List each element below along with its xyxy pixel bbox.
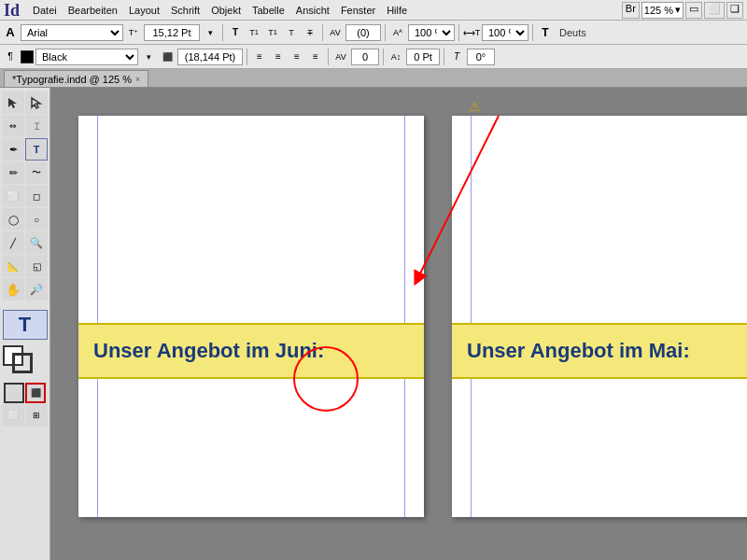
- view-all-btn[interactable]: ⬜: [2, 404, 24, 427]
- tool-row-3: ✒ T: [2, 138, 48, 161]
- align-right-btn[interactable]: ≡: [289, 49, 305, 65]
- pencil-tool[interactable]: ✏: [2, 161, 24, 184]
- rect-tool[interactable]: ◻: [25, 185, 48, 207]
- tool-row-format: ⬛: [4, 383, 46, 403]
- page-mai: Unser Angebot im Mai: ⚠: [452, 116, 747, 517]
- juni-header-text: Unser Angebot im Juni:: [93, 339, 324, 363]
- view-grid-btn[interactable]: ⊞: [25, 404, 48, 427]
- type-tool-large[interactable]: T: [3, 310, 48, 340]
- column-select-tool[interactable]: ⌶: [25, 115, 48, 137]
- font-style-icon[interactable]: T⁺: [125, 24, 142, 41]
- size2-input[interactable]: [177, 49, 243, 65]
- app-logo: Id: [4, 2, 20, 19]
- tracking-icon: AV: [327, 24, 344, 41]
- menu-hilfe[interactable]: Hilfe: [381, 3, 413, 18]
- document-tab[interactable]: *Typografie.indd @ 125 % ×: [4, 70, 148, 87]
- measure-tool[interactable]: 📐: [2, 255, 24, 277]
- align-center-btn[interactable]: ≡: [270, 49, 287, 65]
- main-area: ⇔ ⌶ ✒ T ✏ 〜 ⬜ ◻ ◯ ○ ╱ 🔍 📐 ◱ ✋ 🔎: [0, 88, 747, 560]
- leading-select[interactable]: 100 %: [408, 24, 455, 41]
- toolbox: ⇔ ⌶ ✒ T ✏ 〜 ⬜ ◻ ◯ ○ ╱ 🔍 📐 ◱ ✋ 🔎: [0, 88, 50, 560]
- align-left-btn[interactable]: ≡: [251, 49, 268, 65]
- workspace-btn[interactable]: ▭: [685, 2, 702, 19]
- toolbar-row2: ¶ Black ▾ ⬛ ≡ ≡ ≡ ≡ AV A↕ T: [0, 45, 747, 69]
- canvas-area[interactable]: Unser Angebot im Juni: Unser Angebot im …: [50, 88, 747, 560]
- text-style-btn[interactable]: T: [283, 24, 300, 41]
- sep2: [322, 24, 323, 41]
- hand-tool[interactable]: ✋: [2, 278, 24, 301]
- ellipse-frame-tool[interactable]: ◯: [2, 208, 24, 231]
- sep8: [383, 49, 384, 65]
- gap-tool[interactable]: ⇔: [2, 115, 24, 137]
- character-icon[interactable]: A: [2, 24, 19, 41]
- normal-mode-btn[interactable]: [4, 383, 24, 403]
- guide-v-left: [97, 116, 98, 517]
- subscript-btn[interactable]: T1: [264, 24, 281, 41]
- menu-tabelle[interactable]: Tabelle: [247, 3, 290, 18]
- frame-tool[interactable]: ⬜: [2, 185, 24, 207]
- smooth-tool[interactable]: 〜: [25, 161, 48, 184]
- pen-tool[interactable]: ✒: [2, 138, 24, 161]
- select-tool[interactable]: [2, 91, 24, 114]
- direct-select-tool[interactable]: [25, 91, 48, 114]
- kerning-input[interactable]: [351, 49, 379, 65]
- menu-schrift[interactable]: Schrift: [165, 3, 205, 18]
- eyedropper-tool[interactable]: 🔍: [25, 231, 48, 254]
- skew-icon: T: [448, 49, 465, 65]
- ellipse-tool[interactable]: ○: [25, 208, 48, 231]
- tracking-input[interactable]: [345, 24, 381, 41]
- bold-btn[interactable]: T: [227, 24, 244, 41]
- menu-datei[interactable]: Datei: [27, 3, 63, 18]
- zoom-tool[interactable]: 🔎: [25, 278, 48, 301]
- hscale-select[interactable]: 100 %: [482, 24, 529, 41]
- tab-bar: *Typografie.indd @ 125 % ×: [0, 69, 747, 88]
- sep1: [222, 24, 223, 41]
- menu-ansicht[interactable]: Ansicht: [290, 3, 335, 18]
- strikethrough-btn[interactable]: T: [302, 24, 318, 41]
- baseline-input[interactable]: [406, 49, 440, 65]
- sep7: [328, 49, 329, 65]
- tool-row-1: [2, 91, 48, 114]
- bridge-button[interactable]: Br: [622, 2, 640, 19]
- view-mode-btn[interactable]: ⬜: [704, 2, 725, 19]
- arrange-btn[interactable]: ❑: [726, 2, 743, 19]
- color-selector[interactable]: Black: [35, 49, 138, 65]
- stroke-box[interactable]: [12, 353, 33, 373]
- paragraph-icon[interactable]: ¶: [2, 49, 19, 65]
- align-justify-btn[interactable]: ≡: [307, 49, 324, 65]
- font-size-dropdown-icon[interactable]: ▾: [202, 24, 218, 41]
- skew-input[interactable]: [467, 49, 495, 65]
- menu-bearbeiten[interactable]: Bearbeiten: [63, 3, 123, 18]
- page-juni: Unser Angebot im Juni:: [78, 116, 424, 517]
- tool-row-8: 📐 ◱: [2, 255, 48, 277]
- mai-header-text: Unser Angebot im Mai:: [467, 339, 690, 363]
- tab-title: *Typografie.indd @ 125 %: [12, 74, 132, 85]
- menu-bar: Id Datei Bearbeiten Layout Schrift Objek…: [0, 0, 747, 21]
- zoom-value: 125 %: [644, 5, 673, 16]
- baseline-icon: A↕: [388, 49, 404, 65]
- sep4: [458, 24, 459, 41]
- tool-row-2: ⇔ ⌶: [2, 115, 48, 137]
- guide-v-right: [404, 116, 405, 517]
- zoom-display: 125 % ▾: [641, 2, 684, 19]
- tool-row-4: ✏ 〜: [2, 161, 48, 184]
- hscale-icon: ⟷T: [463, 24, 480, 41]
- juni-header-band[interactable]: Unser Angebot im Juni:: [78, 323, 424, 379]
- color-swatch: [21, 50, 34, 63]
- font-selector[interactable]: Arial: [21, 24, 123, 41]
- line-tool[interactable]: ╱: [2, 231, 24, 254]
- gradient-tool[interactable]: ◱: [25, 255, 48, 277]
- font-size-input[interactable]: [144, 24, 200, 41]
- preview-mode-btn[interactable]: ⬛: [25, 383, 46, 403]
- guide-v-left-mai: [471, 116, 472, 517]
- leading-icon: Aᴬ: [389, 24, 406, 41]
- mai-header-band[interactable]: Unser Angebot im Mai:: [452, 323, 747, 379]
- zoom-dropdown-icon[interactable]: ▾: [675, 4, 681, 16]
- type-tool[interactable]: T: [25, 138, 48, 161]
- menu-fenster[interactable]: Fenster: [335, 3, 381, 18]
- tab-close-btn[interactable]: ×: [135, 75, 140, 84]
- menu-layout[interactable]: Layout: [123, 3, 165, 18]
- superscript-btn[interactable]: T1: [246, 24, 262, 41]
- menu-objekt[interactable]: Objekt: [205, 3, 247, 18]
- color-dropdown-icon[interactable]: ▾: [140, 49, 157, 65]
